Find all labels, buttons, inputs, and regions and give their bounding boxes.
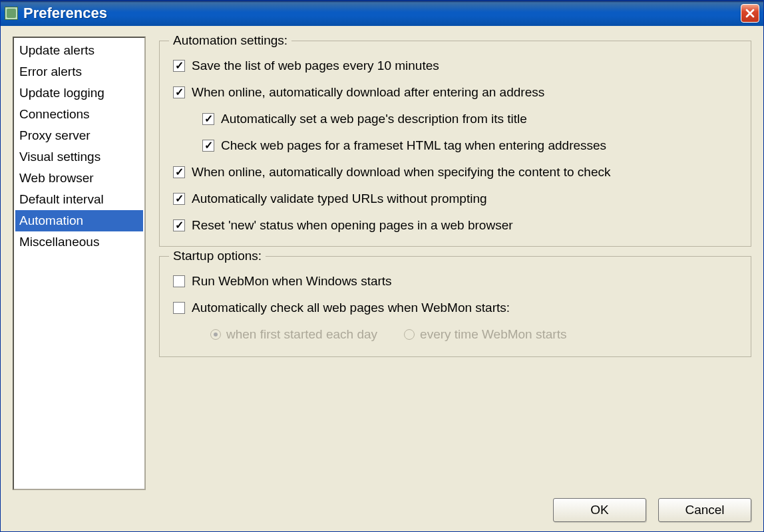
startup-radio-row: when first started each day every time W… <box>210 327 737 342</box>
ok-button[interactable]: OK <box>553 498 646 522</box>
sidebar-item-default-interval[interactable]: Default interval <box>15 189 143 210</box>
sidebar-item-update-alerts[interactable]: Update alerts <box>15 40 143 61</box>
sidebar-item-error-alerts[interactable]: Error alerts <box>15 61 143 82</box>
main-row: Update alerts Error alerts Update loggin… <box>13 37 751 490</box>
checkbox-icon[interactable] <box>173 60 185 72</box>
opt-label: Automatically set a web page's descripti… <box>221 112 527 126</box>
opt-run-on-startup[interactable]: Run WebMon when Windows starts <box>173 274 737 289</box>
content-panel: Automation settings: Save the list of we… <box>159 37 751 490</box>
window-title: Preferences <box>23 5 741 22</box>
close-button[interactable] <box>741 4 759 23</box>
sidebar-item-miscellaneous[interactable]: Miscellaneous <box>15 231 143 253</box>
radio-every-time-starts[interactable]: every time WebMon starts <box>404 327 566 342</box>
checkbox-icon[interactable] <box>173 275 185 287</box>
opt-validate-urls[interactable]: Automatically validate typed URLs withou… <box>173 192 737 206</box>
radio-label: when first started each day <box>226 327 377 342</box>
sidebar-item-web-browser[interactable]: Web browser <box>15 168 143 189</box>
category-list[interactable]: Update alerts Error alerts Update loggin… <box>13 37 146 490</box>
checkbox-icon[interactable] <box>173 193 185 205</box>
opt-label: Run WebMon when Windows starts <box>192 274 392 289</box>
opt-label: When online, automatically download afte… <box>192 85 544 100</box>
dialog-button-row: OK Cancel <box>13 490 751 522</box>
radio-icon <box>404 329 415 340</box>
opt-label: Save the list of web pages every 10 minu… <box>192 59 439 73</box>
opt-auto-check-on-startup[interactable]: Automatically check all web pages when W… <box>173 301 737 315</box>
sidebar-item-connections[interactable]: Connections <box>15 104 143 125</box>
automation-settings-group: Automation settings: Save the list of we… <box>159 41 751 247</box>
close-icon <box>745 8 755 19</box>
startup-legend: Startup options: <box>169 249 266 263</box>
opt-check-frameset[interactable]: Check web pages for a frameset HTML tag … <box>202 138 737 153</box>
checkbox-icon[interactable] <box>173 86 185 98</box>
client-area: Update alerts Error alerts Update loggin… <box>1 26 763 531</box>
sidebar-item-visual-settings[interactable]: Visual settings <box>15 146 143 168</box>
preferences-window: Preferences Update alerts Error alerts U… <box>0 0 764 532</box>
titlebar[interactable]: Preferences <box>1 1 763 26</box>
opt-label: Automatically validate typed URLs withou… <box>192 192 487 206</box>
opt-auto-download-address[interactable]: When online, automatically download afte… <box>173 85 737 100</box>
opt-label: When online, automatically download when… <box>192 165 611 180</box>
opt-reset-new-status[interactable]: Reset 'new' status when opening pages in… <box>173 218 737 233</box>
opt-label: Automatically check all web pages when W… <box>192 301 510 315</box>
radio-label: every time WebMon starts <box>420 327 566 342</box>
sidebar-item-automation[interactable]: Automation <box>15 210 143 231</box>
checkbox-icon[interactable] <box>173 219 185 231</box>
radio-icon <box>210 329 221 340</box>
automation-legend: Automation settings: <box>169 33 291 48</box>
opt-set-description-from-title[interactable]: Automatically set a web page's descripti… <box>202 112 737 126</box>
opt-label: Reset 'new' status when opening pages in… <box>192 218 513 233</box>
startup-options-group: Startup options: Run WebMon when Windows… <box>159 256 751 357</box>
checkbox-icon[interactable] <box>202 113 214 125</box>
cancel-button[interactable]: Cancel <box>658 498 751 522</box>
checkbox-icon[interactable] <box>173 166 185 178</box>
radio-first-started-each-day[interactable]: when first started each day <box>210 327 377 342</box>
sidebar-item-update-logging[interactable]: Update logging <box>15 82 143 104</box>
app-icon <box>5 7 18 20</box>
opt-auto-download-content[interactable]: When online, automatically download when… <box>173 165 737 180</box>
opt-label: Check web pages for a frameset HTML tag … <box>221 138 606 153</box>
checkbox-icon[interactable] <box>173 302 185 314</box>
sidebar-item-proxy-server[interactable]: Proxy server <box>15 125 143 146</box>
checkbox-icon[interactable] <box>202 140 214 152</box>
opt-save-list[interactable]: Save the list of web pages every 10 minu… <box>173 59 737 73</box>
